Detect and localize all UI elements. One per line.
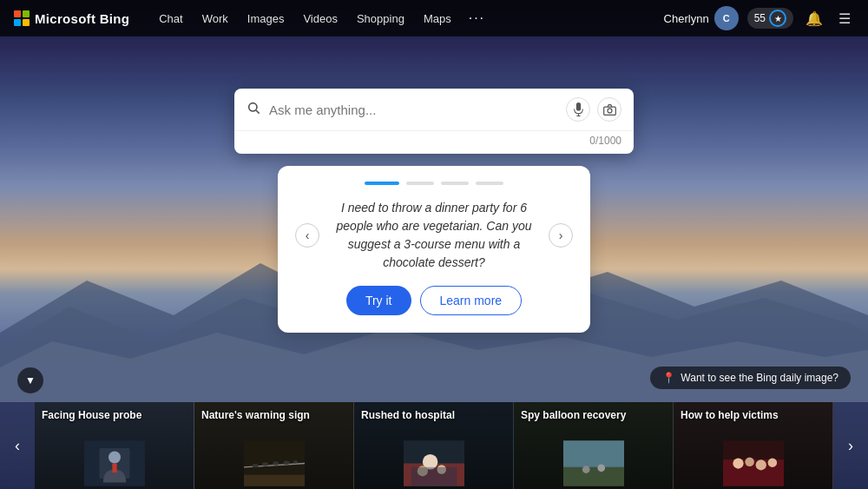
svg-point-36 <box>745 457 754 466</box>
svg-point-19 <box>283 460 289 464</box>
svg-line-4 <box>256 110 260 114</box>
suggestion-card: ‹ I need to throw a dinner party for 6 p… <box>278 166 590 333</box>
main-content: 0/1000 ‹ I need to throw a dinner party … <box>0 36 868 333</box>
nav-link-videos[interactable]: Videos <box>294 7 346 30</box>
camera-button[interactable] <box>597 97 621 122</box>
learn-more-button[interactable]: Learn more <box>420 286 523 315</box>
logo-red-sq <box>14 10 21 17</box>
rewards-icon: ★ <box>769 10 786 27</box>
dot-3 <box>441 182 469 185</box>
card-prev-button[interactable]: ‹ <box>295 223 319 248</box>
news-card-title-3: Rushed to hospital <box>361 409 506 423</box>
svg-rect-21 <box>244 474 305 486</box>
svg-point-3 <box>249 103 257 111</box>
user-name: Cherlynn <box>664 12 709 25</box>
rewards-score: 55 <box>754 12 766 24</box>
svg-point-9 <box>608 108 612 112</box>
nav-more-button[interactable]: ··· <box>462 7 492 30</box>
svg-rect-13 <box>112 463 116 472</box>
logo-green-sq <box>23 10 30 17</box>
news-cards: Facing House probe Nature's warning s <box>35 402 833 489</box>
bing-image-text: Want to see the Bing daily image? <box>681 372 838 384</box>
nav-right: Cherlynn C 55 ★ 🔔 ☰ <box>664 6 854 30</box>
news-card-title-2: Nature's warning sign <box>201 409 346 423</box>
svg-point-32 <box>597 464 605 472</box>
nav-link-images[interactable]: Images <box>239 7 293 30</box>
svg-rect-29 <box>563 440 624 467</box>
news-card-image-1 <box>35 437 194 489</box>
bottom-section: ▼ 📍 Want to see the Bing daily image? ‹ … <box>0 402 868 489</box>
news-card-4[interactable]: Spy balloon recovery <box>514 402 674 489</box>
card-dots <box>295 182 573 185</box>
search-box: 0/1000 <box>234 89 634 154</box>
nav-links: Chat Work Images Videos Shopping Maps ··… <box>150 7 663 30</box>
svg-rect-5 <box>575 102 580 111</box>
bing-daily-image-button[interactable]: 📍 Want to see the Bing daily image? <box>650 367 851 389</box>
search-input[interactable] <box>269 102 557 117</box>
news-card-image-5 <box>674 437 832 489</box>
news-strip: ‹ Facing House probe <box>0 402 868 489</box>
dot-4 <box>476 182 503 185</box>
menu-button[interactable]: ☰ <box>835 7 854 30</box>
news-card-1[interactable]: Facing House probe <box>35 402 194 489</box>
try-it-button[interactable]: Try it <box>346 286 411 315</box>
mic-button[interactable] <box>566 97 590 122</box>
collapse-button[interactable]: ▼ <box>17 367 43 393</box>
search-icon <box>247 101 260 118</box>
svg-rect-30 <box>563 466 624 486</box>
search-top <box>234 89 634 130</box>
nav-link-maps[interactable]: Maps <box>415 7 460 30</box>
card-nav: ‹ I need to throw a dinner party for 6 p… <box>295 199 573 272</box>
news-card-title-5: How to help victims <box>681 409 825 423</box>
logo-text: Microsoft Bing <box>35 11 129 26</box>
news-prev-button[interactable]: ‹ <box>0 402 35 489</box>
news-next-button[interactable]: › <box>833 402 868 489</box>
user-info[interactable]: Cherlynn C <box>664 6 739 30</box>
news-card-image-2 <box>194 437 353 489</box>
svg-point-37 <box>755 459 766 470</box>
svg-point-17 <box>262 462 268 466</box>
microsoft-logo-icon <box>14 10 30 26</box>
news-card-5[interactable]: How to help victims <box>674 402 833 489</box>
logo-blue-sq <box>14 19 21 26</box>
svg-point-38 <box>767 458 777 467</box>
dot-2 <box>406 182 434 185</box>
rewards-badge[interactable]: 55 ★ <box>747 8 793 29</box>
news-card-image-3 <box>354 437 513 489</box>
logo[interactable]: Microsoft Bing <box>14 10 129 26</box>
nav-link-shopping[interactable]: Shopping <box>348 7 413 30</box>
card-next-button[interactable]: › <box>549 223 573 248</box>
location-icon: 📍 <box>662 372 675 384</box>
card-suggestion-text: I need to throw a dinner party for 6 peo… <box>326 199 542 272</box>
svg-point-18 <box>273 461 279 465</box>
svg-point-12 <box>108 451 121 463</box>
dot-1 <box>365 182 399 185</box>
news-card-title-1: Facing House probe <box>42 409 187 423</box>
news-card-title-4: Spy balloon recovery <box>521 409 666 423</box>
svg-point-31 <box>582 466 589 473</box>
svg-point-16 <box>252 463 258 466</box>
svg-point-20 <box>293 460 297 464</box>
news-card-3[interactable]: Rushed to hospital <box>354 402 514 489</box>
logo-yellow-sq <box>23 19 30 26</box>
card-buttons: Try it Learn more <box>295 286 573 315</box>
navbar: Microsoft Bing Chat Work Images Videos S… <box>0 0 868 36</box>
search-action-buttons <box>566 97 621 122</box>
news-card-image-4 <box>514 437 673 489</box>
char-count: 0/1000 <box>234 130 634 154</box>
svg-point-35 <box>733 458 743 468</box>
notification-button[interactable]: 🔔 <box>802 7 826 30</box>
news-card-2[interactable]: Nature's warning sign <box>194 402 354 489</box>
nav-link-work[interactable]: Work <box>194 7 237 30</box>
nav-link-chat[interactable]: Chat <box>150 7 191 30</box>
avatar: C <box>714 6 739 30</box>
svg-rect-27 <box>411 466 457 486</box>
